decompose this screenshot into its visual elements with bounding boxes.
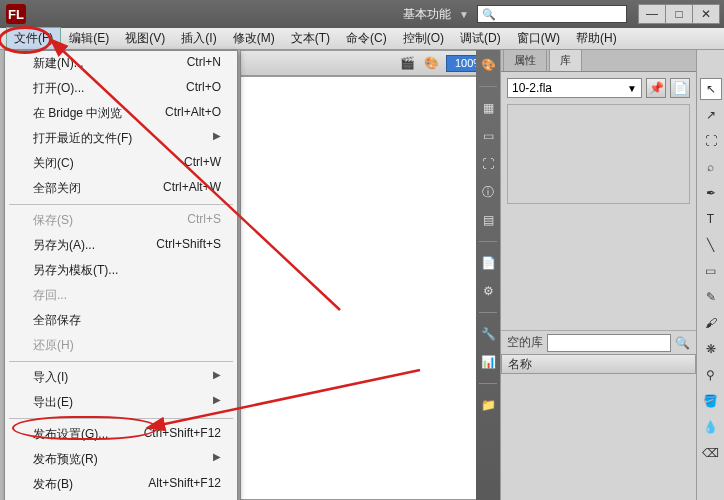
- transform-icon[interactable]: ⛶: [479, 155, 497, 173]
- menu-item-14[interactable]: 导入(I)▶: [5, 365, 237, 390]
- menu-shortcut: Ctrl+O: [186, 80, 221, 97]
- swatch-icon[interactable]: ▤: [479, 211, 497, 229]
- menubar: 文件(F) 编辑(E) 视图(V) 插入(I) 修改(M) 文本(T) 命令(C…: [0, 28, 724, 50]
- empty-library-label: 空的库: [507, 334, 543, 351]
- library-panel: 属性 库 10-2.fla ▼ 📌 📄 空的库 🔍 名称: [500, 50, 696, 500]
- workspace-drop-icon[interactable]: ▼: [459, 9, 469, 20]
- menu-item-5[interactable]: 全部关闭Ctrl+Alt+W: [5, 176, 237, 201]
- menu-item-4[interactable]: 关闭(C)Ctrl+W: [5, 151, 237, 176]
- eraser-tool-icon[interactable]: ⌫: [700, 442, 722, 464]
- menu-command[interactable]: 命令(C): [338, 27, 395, 50]
- file-menu-dropdown: 新建(N)...Ctrl+N打开(O)...Ctrl+O在 Bridge 中浏览…: [4, 50, 238, 500]
- menu-item-label: 另存为模板(T)...: [33, 262, 118, 279]
- menu-item-label: 导入(I): [33, 369, 68, 386]
- menu-help[interactable]: 帮助(H): [568, 27, 625, 50]
- free-transform-icon[interactable]: ⛶: [700, 130, 722, 152]
- search-icon[interactable]: 🔍: [675, 336, 690, 350]
- lasso-tool-icon[interactable]: ⌕: [700, 156, 722, 178]
- submenu-arrow-icon: ▶: [213, 394, 221, 411]
- behaviors-icon[interactable]: ⚙: [479, 282, 497, 300]
- scene-icon[interactable]: 🎬: [398, 54, 416, 72]
- library-icon[interactable]: ▭: [479, 127, 497, 145]
- menu-item-label: 存回...: [33, 287, 67, 304]
- library-preview: [507, 104, 690, 204]
- icon-rail: 🎨 ▦ ▭ ⛶ ⓘ ▤ 📄 ⚙ 🔧 📊 📁: [476, 50, 500, 500]
- bone-tool-icon[interactable]: ⚲: [700, 364, 722, 386]
- menu-item-label: 打开(O)...: [33, 80, 84, 97]
- menu-item-label: 新建(N)...: [33, 55, 84, 72]
- menu-item-17[interactable]: 发布设置(G)...Ctrl+Shift+F12: [5, 422, 237, 447]
- menu-item-label: 在 Bridge 中浏览: [33, 105, 122, 122]
- maximize-button[interactable]: □: [665, 4, 693, 24]
- menu-control[interactable]: 控制(O): [395, 27, 452, 50]
- menu-item-10: 存回...: [5, 283, 237, 308]
- menu-shortcut: Ctrl+Shift+S: [156, 237, 221, 254]
- library-column-name[interactable]: 名称: [501, 354, 696, 374]
- menu-view[interactable]: 视图(V): [117, 27, 173, 50]
- app-logo: FL: [6, 4, 26, 24]
- line-tool-icon[interactable]: ╲: [700, 234, 722, 256]
- submenu-arrow-icon: ▶: [213, 130, 221, 147]
- menu-file[interactable]: 文件(F): [6, 27, 61, 50]
- menu-debug[interactable]: 调试(D): [452, 27, 509, 50]
- menu-window[interactable]: 窗口(W): [509, 27, 568, 50]
- symbol-icon[interactable]: 🎨: [422, 54, 440, 72]
- menu-item-7: 保存(S)Ctrl+S: [5, 208, 237, 233]
- menu-item-11[interactable]: 全部保存: [5, 308, 237, 333]
- submenu-arrow-icon: ▶: [213, 451, 221, 468]
- components-icon[interactable]: 🔧: [479, 325, 497, 343]
- menu-shortcut: Alt+Shift+F12: [148, 476, 221, 493]
- stage-canvas[interactable]: [240, 76, 499, 500]
- menu-item-label: 发布(B): [33, 476, 73, 493]
- menu-shortcut: Ctrl+Alt+O: [165, 105, 221, 122]
- minimize-button[interactable]: —: [638, 4, 666, 24]
- menu-item-18[interactable]: 发布预览(R)▶: [5, 447, 237, 472]
- bucket-tool-icon[interactable]: 🪣: [700, 390, 722, 412]
- brush-tool-icon[interactable]: 🖌: [700, 312, 722, 334]
- eyedrop-tool-icon[interactable]: 💧: [700, 416, 722, 438]
- library-file-select[interactable]: 10-2.fla ▼: [507, 78, 642, 98]
- menu-insert[interactable]: 插入(I): [173, 27, 224, 50]
- subselect-tool-icon[interactable]: ↗: [700, 104, 722, 126]
- menu-shortcut: Ctrl+Shift+F12: [144, 426, 221, 443]
- align-icon[interactable]: ▦: [479, 99, 497, 117]
- menu-shortcut: Ctrl+S: [187, 212, 221, 229]
- menu-text[interactable]: 文本(T): [283, 27, 338, 50]
- search-icon: 🔍: [482, 8, 496, 21]
- close-button[interactable]: ✕: [692, 4, 720, 24]
- menu-item-0[interactable]: 新建(N)...Ctrl+N: [5, 51, 237, 76]
- tab-library[interactable]: 库: [549, 49, 582, 71]
- library-search-input[interactable]: [547, 334, 671, 352]
- library-file-name: 10-2.fla: [512, 81, 552, 95]
- menu-separator: [9, 361, 233, 362]
- pencil-tool-icon[interactable]: ✎: [700, 286, 722, 308]
- menu-item-label: 还原(H): [33, 337, 74, 354]
- menu-item-2[interactable]: 在 Bridge 中浏览Ctrl+Alt+O: [5, 101, 237, 126]
- project-icon[interactable]: 📁: [479, 396, 497, 414]
- info-icon[interactable]: ⓘ: [479, 183, 497, 201]
- menu-item-3[interactable]: 打开最近的文件(F)▶: [5, 126, 237, 151]
- menu-modify[interactable]: 修改(M): [225, 27, 283, 50]
- menu-edit[interactable]: 编辑(E): [61, 27, 117, 50]
- menu-item-1[interactable]: 打开(O)...Ctrl+O: [5, 76, 237, 101]
- chevron-down-icon: ▼: [627, 83, 637, 94]
- palette-icon[interactable]: 🎨: [479, 56, 497, 74]
- document-toolbar: 🎬 🎨 100%: [240, 50, 499, 76]
- workspace-label[interactable]: 基本功能: [403, 6, 451, 23]
- actions-icon[interactable]: 📄: [479, 254, 497, 272]
- help-search-input[interactable]: 🔍: [477, 5, 627, 23]
- menu-item-label: 全部保存: [33, 312, 81, 329]
- selection-tool-icon[interactable]: ↖: [700, 78, 722, 100]
- deco-tool-icon[interactable]: ❋: [700, 338, 722, 360]
- menu-item-9[interactable]: 另存为模板(T)...: [5, 258, 237, 283]
- menu-item-19[interactable]: 发布(B)Alt+Shift+F12: [5, 472, 237, 497]
- rect-tool-icon[interactable]: ▭: [700, 260, 722, 282]
- menu-item-8[interactable]: 另存为(A)...Ctrl+Shift+S: [5, 233, 237, 258]
- menu-item-15[interactable]: 导出(E)▶: [5, 390, 237, 415]
- pen-tool-icon[interactable]: ✒: [700, 182, 722, 204]
- motion-icon[interactable]: 📊: [479, 353, 497, 371]
- pin-button[interactable]: 📌: [646, 78, 666, 98]
- tab-properties[interactable]: 属性: [503, 49, 547, 71]
- new-lib-button[interactable]: 📄: [670, 78, 690, 98]
- text-tool-icon[interactable]: T: [700, 208, 722, 230]
